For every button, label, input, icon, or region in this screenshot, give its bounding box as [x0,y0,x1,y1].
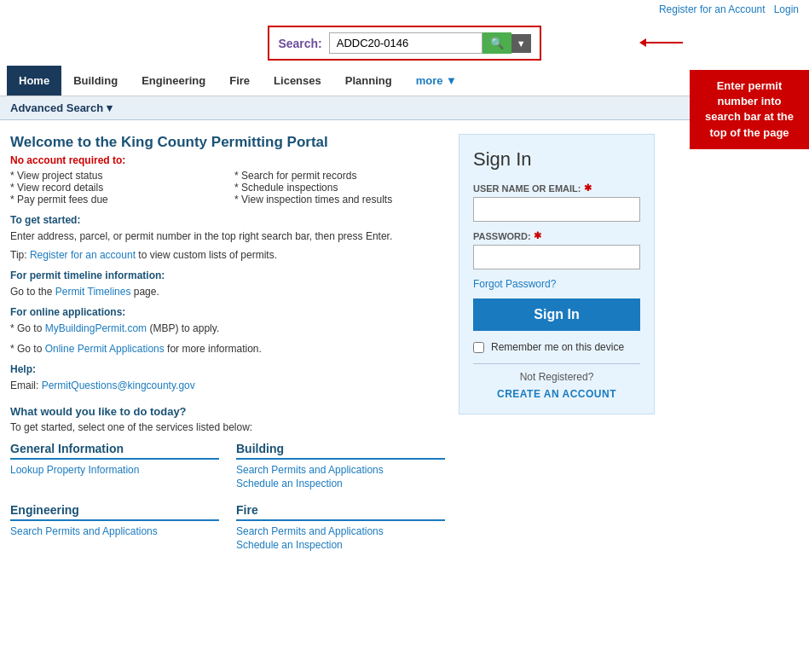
online-apps-item1: * Go to MyBuildingPermit.com (MBP) to ap… [10,321,445,336]
permit-timeline-label: For permit timeline information: [10,269,445,281]
services-grid: General Information Lookup Property Info… [10,442,445,565]
engineering-section: Engineering Search Permits and Applicati… [10,503,219,553]
no-account-right: * Search for permit records * Schedule i… [234,170,445,206]
opa-suffix: for more information. [167,343,262,355]
general-info-section: General Information Lookup Property Info… [10,442,219,491]
nav-more[interactable]: more ▼ [404,66,469,96]
opa-link[interactable]: Online Permit Applications [45,343,165,355]
login-link[interactable]: Login [774,3,799,15]
divider [473,363,640,364]
main-content: Welcome to the King County Permitting Po… [0,120,665,578]
help-email-link[interactable]: PermitQuestions@kingcounty.gov [42,379,195,391]
building-search-link[interactable]: Search Permits and Applications [236,464,445,476]
no-account-left: * View project status * View record deta… [10,170,221,206]
password-label: PASSWORD: ✱ [473,230,640,241]
not-registered-text: Not Registered? [473,371,640,383]
search-section: Search: 🔍 ▼ Enter permit number into sea… [0,19,809,66]
nav-home[interactable]: Home [7,66,61,96]
tooltip-box: Enter permit number into search bar at t… [690,70,809,149]
password-input[interactable] [473,245,640,269]
username-label: USER NAME OR EMAIL: ✱ [473,182,640,194]
list-item: * Search for permit records [234,170,445,182]
list-item: * View inspection times and results [234,194,445,206]
online-apps-label: For online applications: [10,306,445,318]
permit-timeline-prefix: Go to the [10,286,55,298]
no-account-label: No account required to: [10,154,445,166]
remember-label: Remember me on this device [491,341,624,353]
nav-fire[interactable]: Fire [217,66,262,96]
help-prefix: Email: [10,379,42,391]
what-title: What would you like to do today? [10,405,445,418]
engineering-heading: Engineering [10,503,219,521]
list-item: * View record details [10,182,221,194]
top-bar: Register for an Account Login [0,0,809,19]
mbp-link[interactable]: MyBuildingPermit.com [45,322,147,334]
search-wrapper: Search: 🔍 ▼ [268,26,540,61]
mbp-suffix: (MBP) to apply. [149,322,219,334]
tip-text: Tip: Register for an account to view cus… [10,249,445,261]
arrow-annotation [645,42,683,43]
mbp-prefix: * Go to [10,322,45,334]
password-required: ✱ [534,230,541,241]
arrow-line [645,42,683,43]
list-item: * Schedule inspections [234,182,445,194]
nav-building[interactable]: Building [61,66,130,96]
search-input[interactable] [329,32,483,54]
nav-licenses[interactable]: Licenses [262,66,333,96]
fire-heading: Fire [236,503,445,521]
remember-checkbox[interactable] [473,342,484,353]
what-body: To get started, select one of the servic… [10,421,445,433]
password-group: PASSWORD: ✱ [473,230,640,269]
advanced-search-bar: Advanced Search ▾ [0,96,809,120]
signin-button[interactable]: Sign In [473,298,640,331]
signin-box: Sign In USER NAME OR EMAIL: ✱ PASSWORD: … [459,134,655,414]
remember-row: Remember me on this device [473,341,640,353]
nav-planning[interactable]: Planning [333,66,404,96]
forgot-password-link[interactable]: Forgot Password? [473,278,640,290]
get-started-text: Enter address, parcel, or permit number … [10,229,445,244]
arrow-head [639,38,646,47]
permit-timeline-end: page. [134,286,159,298]
fire-section: Fire Search Permits and Applications Sch… [236,503,445,553]
fire-search-link[interactable]: Search Permits and Applications [236,525,445,537]
create-account-link[interactable]: CREATE AN ACCOUNT [473,388,640,400]
help-text: Email: PermitQuestions@kingcounty.gov [10,378,445,393]
search-button[interactable]: 🔍 [483,32,511,54]
building-section: Building Search Permits and Applications… [236,442,445,491]
building-schedule-link[interactable]: Schedule an Inspection [236,478,445,490]
register-link[interactable]: Register for an Account [659,3,766,15]
online-apps-item2: * Go to Online Permit Applications for m… [10,341,445,356]
left-column: Welcome to the King County Permitting Po… [10,134,459,565]
tooltip-text: Enter permit number into search bar at t… [705,79,794,139]
username-input[interactable] [473,197,640,222]
welcome-title: Welcome to the King County Permitting Po… [10,134,445,151]
search-input-group: 🔍 ▼ [329,32,531,54]
fire-schedule-link[interactable]: Schedule an Inspection [236,539,445,551]
nav-engineering[interactable]: Engineering [130,66,217,96]
list-item: * View project status [10,170,221,182]
advanced-search-link[interactable]: Advanced Search ▾ [10,101,113,114]
search-label: Search: [278,37,321,50]
username-required: ✱ [584,182,592,194]
username-group: USER NAME OR EMAIL: ✱ [473,182,640,222]
permit-timeline-link[interactable]: Permit Timelines [55,286,131,298]
lookup-property-link[interactable]: Lookup Property Information [10,464,219,476]
opa-prefix: * Go to [10,343,45,355]
tip-suffix: to view custom lists of permits. [138,249,277,261]
search-extra-button[interactable]: ▼ [511,34,531,53]
permit-timeline-text: Go to the Permit Timelines page. [10,284,445,299]
right-column: Sign In USER NAME OR EMAIL: ✱ PASSWORD: … [459,134,655,565]
general-heading: General Information [10,442,219,460]
engineering-search-link[interactable]: Search Permits and Applications [10,525,219,537]
list-item: * Pay permit fees due [10,194,221,206]
signin-title: Sign In [473,148,640,171]
tip-label: Tip: [10,249,30,261]
help-label: Help: [10,363,445,375]
get-started-label: To get started: [10,214,445,226]
register-tip-link[interactable]: Register for an account [30,249,136,261]
no-account-list: * View project status * View record deta… [10,170,445,206]
main-nav: Home Building Engineering Fire Licenses … [0,66,809,96]
building-heading: Building [236,442,445,460]
